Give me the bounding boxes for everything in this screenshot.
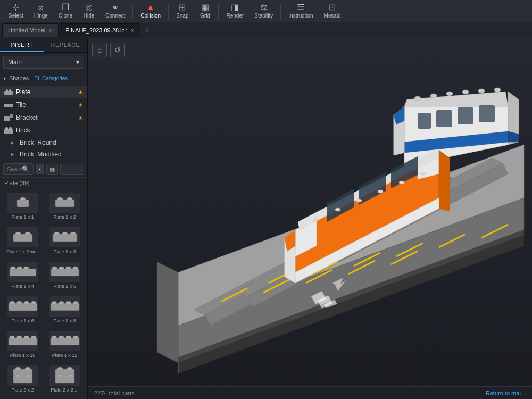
part-item-plate-2x2b[interactable]: Plate 2 x 2 ... xyxy=(44,363,85,397)
tab-untitled[interactable]: Untitled Model ✕ xyxy=(2,23,59,37)
tool-hide[interactable]: ◎ Hide xyxy=(79,1,99,21)
part-item-plate-1x2[interactable]: Plate 1 x 2 xyxy=(44,190,85,224)
stability-icon: ⚖ xyxy=(260,3,268,12)
viewport-rotate-button[interactable]: ↺ xyxy=(110,43,125,57)
tab-finale[interactable]: FINALE_2023.09.28.io* ✕ xyxy=(60,23,140,37)
toolbar-divider-1 xyxy=(132,4,133,19)
svg-point-51 xyxy=(15,367,21,370)
plate-shape-icon xyxy=(4,88,13,96)
part-label-plate-1x12: Plate 1 x 12 xyxy=(52,353,78,359)
tab-finale-close[interactable]: ✕ xyxy=(130,28,135,34)
svg-rect-11 xyxy=(55,200,74,207)
category-plate[interactable]: Plate ★ xyxy=(0,86,87,98)
scene-viewport xyxy=(88,38,532,399)
clone-icon: ❐ xyxy=(62,3,69,12)
tool-render[interactable]: ◨ Render xyxy=(222,1,248,21)
svg-point-113 xyxy=(335,208,340,211)
category-brick-modified[interactable]: ▶ Brick, Modified xyxy=(0,148,87,160)
category-brick[interactable]: Brick xyxy=(0,124,87,137)
bracket-star-icon: ★ xyxy=(78,115,83,121)
dropdown-chevron-icon: ▾ xyxy=(76,59,79,66)
category-brick-label: Brick xyxy=(16,127,83,134)
svg-point-100 xyxy=(494,88,501,92)
tool-snap[interactable]: ⊞ Snap xyxy=(172,1,193,21)
insert-tab[interactable]: INSERT xyxy=(0,38,44,52)
tool-mosaic[interactable]: ⊡ Mosaic xyxy=(319,1,345,21)
svg-rect-2 xyxy=(9,89,11,92)
hide-icon: ◎ xyxy=(85,3,93,12)
view-list-button[interactable]: ⋮⋮⋮ xyxy=(60,164,84,175)
svg-point-112 xyxy=(314,218,319,221)
instruction-icon: ☰ xyxy=(297,3,304,12)
toolbar-divider-3 xyxy=(218,4,219,19)
search-input-wrap[interactable]: 🔍 xyxy=(3,163,34,175)
tab-add-button[interactable]: + xyxy=(142,26,153,35)
tool-grid[interactable]: ▦ Grid xyxy=(195,1,215,21)
viewport[interactable]: ⌂ ↺ xyxy=(88,38,532,399)
category-brick-round-label: Brick, Round xyxy=(20,139,83,146)
svg-marker-105 xyxy=(439,150,450,211)
part-item-plate-1x10[interactable]: Plate 1 x 10 xyxy=(2,329,43,362)
tool-collision[interactable]: ▲ Collision xyxy=(136,1,165,21)
svg-rect-7 xyxy=(5,127,8,130)
hinge-icon: ⌀ xyxy=(38,3,44,12)
stability-label: Stability xyxy=(254,13,273,19)
part-item-plate-1x1[interactable]: Plate 1 x 1 xyxy=(2,190,43,224)
part-thumbnail-plate-1x2 xyxy=(49,193,80,213)
part-item-plate-1x5[interactable]: Plate 1 x 5 xyxy=(44,260,85,293)
replace-tab[interactable]: REPLACE xyxy=(44,38,87,52)
svg-rect-90 xyxy=(436,110,452,127)
category-plate-label: Plate xyxy=(16,88,75,96)
viewport-home-button[interactable]: ⌂ xyxy=(92,43,107,57)
tool-hinge[interactable]: ⌀ Hinge xyxy=(30,1,52,21)
part-label-plate-1x4: Plate 1 x 4 xyxy=(11,284,34,289)
select-icon: ⊹ xyxy=(12,3,19,12)
part-item-plate-1x12[interactable]: Plate 1 x 12 xyxy=(44,329,85,362)
collision-label: Collision xyxy=(140,13,161,19)
grid-icon: ▦ xyxy=(201,3,209,12)
category-bracket[interactable]: Bracket ★ xyxy=(0,111,87,124)
main-dropdown-label: Main xyxy=(8,59,22,66)
bracket-shape-icon xyxy=(4,113,13,122)
view-grid-large-button[interactable]: ▦ xyxy=(46,164,58,175)
part-item-plate-1x4[interactable]: Plate 1 x 4 xyxy=(2,260,43,293)
return-to-main-link[interactable]: Return to mai... xyxy=(486,390,526,396)
main-dropdown[interactable]: Main ▾ xyxy=(3,56,84,69)
shapes-header[interactable]: ▾ Shapes BL Categories xyxy=(3,73,84,84)
part-thumbnail-plate-1x10 xyxy=(7,331,38,351)
sidebar: INSERT REPLACE Main ▾ ▾ Shapes BL Catego… xyxy=(0,38,88,399)
svg-point-19 xyxy=(62,232,68,235)
tool-select[interactable]: ⊹ Select xyxy=(4,1,28,21)
view-grid-small-button[interactable]: ▪ xyxy=(36,164,44,174)
part-item-plate-1x8[interactable]: Plate 1 x 8 xyxy=(44,294,85,328)
tool-connect[interactable]: ⚭ Connect xyxy=(101,1,129,21)
svg-point-116 xyxy=(399,181,404,184)
render-label: Render xyxy=(226,13,244,19)
part-item-plate-2x2[interactable]: Plate 2 x 2 xyxy=(2,363,43,397)
part-item-plate-1x6[interactable]: Plate 1 x 6 xyxy=(2,294,43,328)
part-thumbnail-plate-2x2 xyxy=(7,365,38,386)
category-tile[interactable]: Tile ★ xyxy=(0,98,87,111)
svg-point-16 xyxy=(25,232,30,235)
category-bracket-label: Bracket xyxy=(16,114,75,121)
svg-point-96 xyxy=(430,94,437,98)
tool-stability[interactable]: ⚖ Stability xyxy=(250,1,277,21)
mosaic-icon: ⊡ xyxy=(329,3,336,12)
part-thumbnail-plate-1x1 xyxy=(7,193,38,213)
svg-point-42 xyxy=(16,336,22,339)
category-brick-round[interactable]: ▶ Brick, Round xyxy=(0,137,87,148)
part-thumbnail-plate-1x3 xyxy=(49,227,80,247)
part-item-plate-1x3[interactable]: Plate 1 x 3 xyxy=(44,225,85,259)
hinge-label: Hinge xyxy=(34,13,48,19)
tool-instruction[interactable]: ☰ Instruction xyxy=(284,1,317,21)
part-item-plate-1x2wi[interactable]: Plate 1 x 2 wi... xyxy=(2,225,43,259)
tool-clone[interactable]: ❐ Clone xyxy=(54,1,77,21)
toolbar: ⊹ Select ⌀ Hinge ❐ Clone ◎ Hide ⚭ Connec… xyxy=(0,0,532,22)
clone-label: Clone xyxy=(59,13,72,19)
svg-point-59 xyxy=(67,374,72,377)
svg-rect-1 xyxy=(6,89,8,92)
search-input[interactable] xyxy=(7,166,22,172)
svg-point-32 xyxy=(16,301,22,304)
svg-point-12 xyxy=(57,197,63,201)
tab-untitled-close[interactable]: ✕ xyxy=(48,28,53,34)
